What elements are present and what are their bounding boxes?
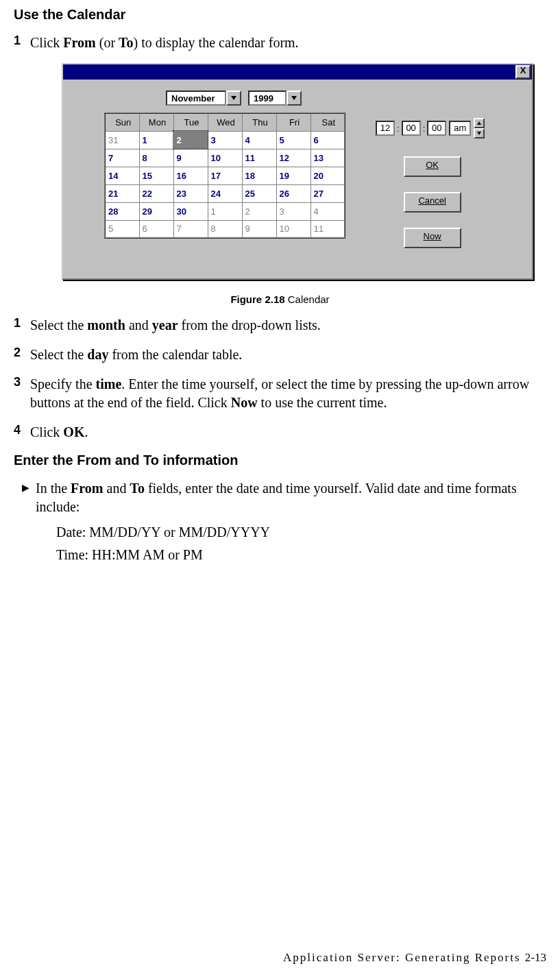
- day-cell[interactable]: 11: [311, 220, 345, 238]
- step-text: Select the day from the calendar table.: [30, 346, 546, 364]
- day-cell[interactable]: 15: [139, 167, 173, 184]
- instruction-step: 4Click OK.: [14, 423, 546, 442]
- time-picker[interactable]: 12 : 00 : 00 am: [376, 118, 485, 138]
- step-1-from-to: 1 Click From (or To) to display the cale…: [14, 34, 546, 52]
- ampm-field[interactable]: am: [449, 121, 471, 136]
- caption-text: Calendar: [285, 293, 330, 305]
- text-bold: To: [119, 35, 134, 50]
- colon: :: [421, 123, 428, 134]
- day-cell[interactable]: 1: [139, 131, 173, 149]
- day-cell[interactable]: 10: [208, 149, 242, 167]
- time-spinner[interactable]: [474, 118, 485, 138]
- day-cell[interactable]: 8: [139, 149, 173, 167]
- close-icon[interactable]: X: [515, 65, 531, 79]
- text: and: [104, 481, 130, 496]
- cancel-button[interactable]: Cancel: [404, 192, 461, 213]
- text-bold: day: [87, 347, 108, 362]
- bullet-text: In the From and To fields, enter the dat…: [36, 479, 546, 516]
- text: Click: [30, 35, 63, 50]
- day-cell[interactable]: 4: [242, 131, 276, 149]
- bullet-icon: ▶: [22, 479, 36, 516]
- day-cell[interactable]: 6: [139, 220, 173, 238]
- button-label: Now: [424, 231, 441, 241]
- text-bold: time: [96, 376, 122, 391]
- day-cell[interactable]: 19: [276, 167, 311, 184]
- chevron-down-icon[interactable]: [226, 91, 241, 106]
- day-header: Fri: [276, 113, 311, 131]
- day-cell[interactable]: 10: [276, 220, 311, 238]
- bullet-item: ▶ In the From and To fields, enter the d…: [22, 479, 546, 516]
- text: and: [125, 317, 152, 333]
- day-header: Tue: [173, 113, 208, 131]
- day-cell[interactable]: 12: [276, 149, 311, 167]
- day-cell[interactable]: 9: [173, 149, 208, 167]
- text: Select the: [30, 317, 87, 333]
- day-cell[interactable]: 23: [173, 184, 208, 202]
- ok-button[interactable]: OK: [404, 156, 461, 177]
- day-cell[interactable]: 30: [173, 202, 208, 220]
- calendar-table[interactable]: SunMonTueWedThuFriSat 311234567891011121…: [104, 112, 345, 239]
- day-cell[interactable]: 16: [173, 167, 208, 184]
- day-cell[interactable]: 18: [242, 167, 276, 184]
- day-cell[interactable]: 2: [242, 202, 276, 220]
- step-text: Click OK.: [30, 423, 546, 442]
- day-header: Wed: [208, 113, 242, 131]
- spin-up-icon[interactable]: [474, 118, 485, 128]
- day-cell[interactable]: 31: [105, 131, 139, 149]
- text: to use the current time.: [258, 395, 387, 410]
- instruction-step: 1Select the month and year from the drop…: [14, 316, 546, 335]
- day-cell[interactable]: 25: [242, 184, 276, 202]
- instruction-step: 3Specify the time. Enter the time yourse…: [14, 375, 546, 412]
- day-cell[interactable]: 3: [208, 131, 242, 149]
- day-cell[interactable]: 3: [276, 202, 311, 220]
- day-cell[interactable]: 13: [311, 149, 345, 167]
- day-cell[interactable]: 2: [173, 131, 208, 149]
- day-cell[interactable]: 29: [139, 202, 173, 220]
- day-cell[interactable]: 1: [208, 202, 242, 220]
- day-cell[interactable]: 9: [242, 220, 276, 238]
- section-title-enter-from-to: Enter the From and To information: [14, 453, 546, 468]
- day-cell[interactable]: 11: [242, 149, 276, 167]
- colon: :: [395, 123, 402, 134]
- day-header: Sun: [105, 113, 139, 131]
- day-cell[interactable]: 8: [208, 220, 242, 238]
- day-cell[interactable]: 26: [276, 184, 311, 202]
- step-number: 1: [14, 34, 30, 48]
- day-cell[interactable]: 7: [105, 149, 139, 167]
- day-cell[interactable]: 24: [208, 184, 242, 202]
- day-cell[interactable]: 4: [311, 202, 345, 220]
- figure-caption: Figure 2.18 Calendar: [14, 293, 546, 305]
- day-cell[interactable]: 14: [105, 167, 139, 184]
- caption-bold: Figure 2.18: [230, 293, 284, 305]
- day-cell[interactable]: 28: [105, 202, 139, 220]
- minute-field[interactable]: 00: [402, 121, 421, 136]
- month-value: November: [166, 91, 226, 106]
- year-dropdown[interactable]: 1999: [248, 91, 302, 106]
- calendar-dialog: X November 1999 SunMonTueWedThuFriSat 31…: [62, 63, 533, 280]
- chevron-down-icon[interactable]: [287, 91, 302, 106]
- day-cell[interactable]: 5: [276, 131, 311, 149]
- second-field[interactable]: 00: [427, 121, 446, 136]
- day-cell[interactable]: 5: [105, 220, 139, 238]
- instruction-step: 2Select the day from the calendar table.: [14, 346, 546, 364]
- text-bold: From: [71, 481, 103, 496]
- dialog-body: November 1999 SunMonTueWedThuFriSat 3112…: [63, 80, 532, 278]
- now-button[interactable]: Now: [404, 228, 461, 248]
- text-bold: From: [63, 35, 95, 50]
- day-cell[interactable]: 7: [173, 220, 208, 238]
- spin-down-icon[interactable]: [474, 128, 485, 138]
- text: Click: [30, 424, 63, 439]
- hour-field[interactable]: 12: [376, 121, 395, 136]
- day-cell[interactable]: 22: [139, 184, 173, 202]
- day-cell[interactable]: 27: [311, 184, 345, 202]
- day-cell[interactable]: 21: [105, 184, 139, 202]
- month-dropdown[interactable]: November: [166, 91, 241, 106]
- text-bold: OK: [63, 424, 84, 439]
- text-bold: year: [152, 317, 178, 333]
- day-cell[interactable]: 6: [311, 131, 345, 149]
- day-cell[interactable]: 20: [311, 167, 345, 184]
- step-number: 4: [14, 423, 30, 437]
- text: In the: [36, 481, 71, 496]
- day-cell[interactable]: 17: [208, 167, 242, 184]
- button-label: OK: [426, 160, 439, 170]
